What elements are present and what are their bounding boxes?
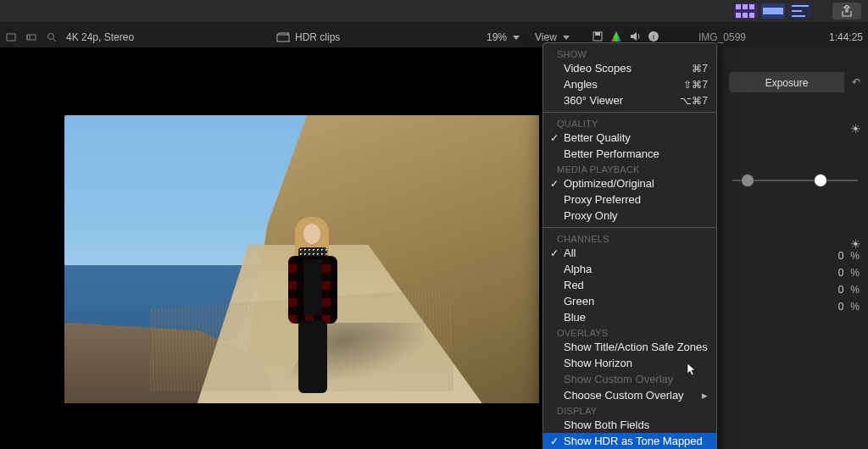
shadows-icon: ☀︎ bbox=[850, 237, 861, 251]
svg-rect-6 bbox=[763, 8, 783, 14]
menu-item-both-fields[interactable]: Show Both Fields bbox=[543, 417, 716, 433]
timecode: 1:44:25 bbox=[829, 31, 863, 43]
menu-item-choose-custom-overlay[interactable]: Choose Custom Overlay▸ bbox=[543, 387, 716, 403]
reset-button[interactable]: ↶ bbox=[844, 76, 868, 88]
menu-section-channels: CHANNELS bbox=[543, 231, 716, 245]
view-menu[interactable]: SHOW Video Scopes⌘7 Angles⇧⌘7 360° Viewe… bbox=[542, 42, 717, 449]
svg-rect-10 bbox=[7, 34, 15, 41]
param-rows: 0% 0% 0% 0% bbox=[722, 247, 868, 315]
menu-section-quality: QUALITY bbox=[543, 116, 716, 130]
menu-section-media: MEDIA PLAYBACK bbox=[543, 162, 716, 175]
inspector-tabs: Exposure ↶ bbox=[722, 68, 868, 97]
menu-section-show: SHOW bbox=[543, 47, 716, 60]
viewer-canvas[interactable] bbox=[64, 115, 539, 403]
menu-section-overlays: OVERLAYS bbox=[543, 325, 716, 339]
layout-pill-3[interactable] bbox=[788, 3, 812, 19]
menu-item-alpha[interactable]: Alpha bbox=[543, 261, 716, 277]
menu-item-red[interactable]: Red bbox=[543, 277, 716, 293]
svg-text:i: i bbox=[653, 32, 654, 41]
layout-pill-1[interactable] bbox=[734, 3, 758, 19]
highlights-icon: ☀︎ bbox=[850, 122, 861, 136]
svg-rect-1 bbox=[743, 4, 748, 9]
app-topbar bbox=[0, 0, 868, 22]
slider-knob-shadows[interactable] bbox=[741, 174, 754, 187]
menu-item-proxy-pref[interactable]: Proxy Preferred bbox=[543, 191, 716, 208]
param-row-2: 0% bbox=[722, 281, 868, 298]
layout-pill-2[interactable] bbox=[761, 3, 785, 19]
filmstrip-icon[interactable] bbox=[25, 31, 37, 43]
param-row-1: 0% bbox=[722, 264, 868, 281]
image-person bbox=[273, 213, 349, 400]
menu-item-angles[interactable]: Angles⇧⌘7 bbox=[543, 76, 716, 92]
menu-item-video-scopes[interactable]: Video Scopes⌘7 bbox=[543, 60, 716, 76]
svg-rect-4 bbox=[743, 13, 748, 18]
zoom-dropdown[interactable]: 19% bbox=[487, 31, 520, 43]
svg-rect-5 bbox=[749, 13, 754, 18]
svg-rect-16 bbox=[277, 35, 289, 42]
inspector-panel: Exposure ↶ ☀︎ ☀︎ 0% 0% 0% 0% bbox=[722, 47, 868, 449]
clip-name: IMG_0599 bbox=[698, 31, 746, 43]
menu-item-proxy-only[interactable]: Proxy Only bbox=[543, 208, 716, 224]
svg-line-15 bbox=[53, 39, 56, 42]
svg-rect-0 bbox=[736, 4, 741, 9]
param-row-3: 0% bbox=[722, 298, 868, 315]
viewer-info-row: 4K 24p, Stereo HDR clips 19% View i IMG_… bbox=[0, 27, 868, 47]
menu-item-better-quality[interactable]: ✓Better Quality bbox=[543, 130, 716, 146]
svg-rect-11 bbox=[27, 35, 36, 40]
menu-item-green[interactable]: Green bbox=[543, 293, 716, 309]
svg-rect-3 bbox=[736, 13, 741, 18]
library-icon[interactable] bbox=[5, 31, 17, 43]
format-label: 4K 24p, Stereo bbox=[66, 31, 134, 43]
event-label[interactable]: HDR clips bbox=[276, 31, 340, 43]
clapboard-icon bbox=[276, 32, 290, 42]
menu-item-hdr-tone-mapped[interactable]: ✓Show HDR as Tone Mapped bbox=[543, 433, 716, 449]
tab-exposure[interactable]: Exposure bbox=[729, 72, 844, 92]
menu-section-display: DISPLAY bbox=[543, 403, 716, 417]
workspace-switcher[interactable] bbox=[734, 3, 812, 19]
menu-item-better-perf[interactable]: Better Performance bbox=[543, 146, 716, 162]
param-row-0: 0% bbox=[722, 247, 868, 264]
menu-item-optimized[interactable]: ✓Optimized/Original bbox=[543, 175, 716, 191]
svg-rect-2 bbox=[749, 4, 754, 9]
view-dropdown[interactable]: View bbox=[535, 31, 570, 43]
cursor-icon bbox=[687, 363, 698, 377]
menu-item-safe-zones[interactable]: Show Title/Action Safe Zones bbox=[543, 339, 716, 355]
slider-knob-highlights[interactable] bbox=[814, 174, 827, 187]
menu-item-360[interactable]: 360° Viewer⌥⌘7 bbox=[543, 92, 716, 108]
menu-item-blue[interactable]: Blue bbox=[543, 309, 716, 325]
menu-item-all[interactable]: ✓All bbox=[543, 245, 716, 261]
search-icon[interactable] bbox=[46, 31, 58, 43]
svg-point-14 bbox=[48, 34, 54, 40]
share-button[interactable] bbox=[832, 3, 861, 19]
svg-rect-18 bbox=[595, 32, 600, 36]
viewer-panel bbox=[0, 47, 542, 449]
exposure-slider-area: ☀︎ ☀︎ bbox=[722, 120, 868, 247]
